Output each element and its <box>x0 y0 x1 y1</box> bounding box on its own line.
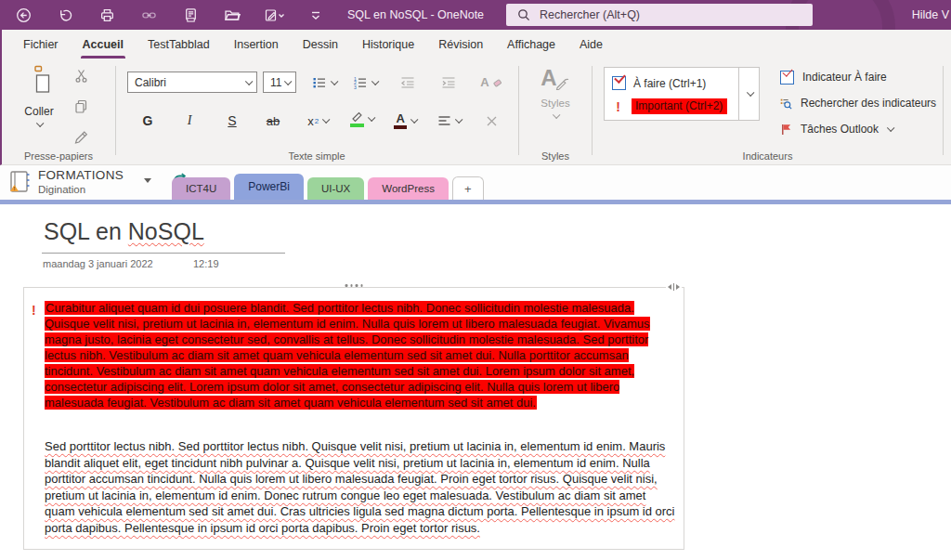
group-divider <box>592 66 593 155</box>
font-name-select[interactable]: Calibri <box>127 72 257 93</box>
font-size-select[interactable]: 11 <box>263 72 296 93</box>
todo-checkbox-icon <box>612 76 626 90</box>
group-label-tags: Indicateurs <box>593 150 943 162</box>
section-tab-wordpress[interactable]: WordPress <box>368 177 449 200</box>
outlook-tasks-command[interactable]: Tâches Outlook <box>780 120 936 138</box>
section-tab-uiux[interactable]: UI-UX <box>307 177 364 200</box>
chevron-down-icon <box>284 77 292 85</box>
search-placeholder: Rechercher (Alt+Q) <box>540 8 640 21</box>
font-color-button[interactable]: A <box>388 110 422 132</box>
styles-icon: A <box>541 66 569 90</box>
container-drag-handle[interactable] <box>342 284 367 287</box>
chevron-down-icon <box>747 89 754 97</box>
group-label-clipboard: Presse-papiers <box>2 150 115 162</box>
search-icon <box>517 8 530 21</box>
find-tags-command[interactable]: Rechercher des indicateurs <box>780 94 936 112</box>
tag-commands: Indicateur À faire Rechercher des indica… <box>780 68 936 138</box>
back-icon[interactable] <box>13 5 33 25</box>
body-paragraph[interactable]: Sed porttitor lectus nibh. Sed porttitor… <box>45 438 678 536</box>
link-icon[interactable] <box>138 5 159 25</box>
chevron-down-icon <box>372 78 380 85</box>
note-container[interactable]: ! Curabitur aliquet quam id dui posuere … <box>23 287 684 550</box>
section-tab-ict4u[interactable]: ICT4U <box>172 177 230 200</box>
chevron-down-icon <box>332 78 339 85</box>
tab-affichage[interactable]: Affichage <box>495 30 567 59</box>
clear-formatting-button[interactable]: A <box>477 72 505 94</box>
delete-button[interactable] <box>479 110 503 132</box>
notebook-bar: ! FORMATIONS Digination ICT4U PowerBi UI… <box>0 165 951 200</box>
format-painter-button[interactable] <box>69 125 93 148</box>
paste-dropdown-icon <box>37 119 45 126</box>
tag-important[interactable]: ! Important (Ctrl+2) <box>612 95 738 118</box>
undo-icon[interactable] <box>55 5 75 25</box>
open-folder-icon[interactable] <box>222 5 242 25</box>
numbered-list-button[interactable]: 123 <box>349 72 381 94</box>
tab-revision[interactable]: Révision <box>426 30 495 59</box>
important-tag-icon[interactable]: ! <box>32 303 36 318</box>
quick-access-toolbar <box>13 0 326 30</box>
page-title-text: SQL en <box>44 218 128 244</box>
copy-button[interactable] <box>69 95 93 117</box>
page-title-misspelled: NoSQL <box>128 218 204 244</box>
tab-fichier[interactable]: Fichier <box>11 30 71 59</box>
bold-button[interactable]: G <box>137 110 158 132</box>
tag-todo-label: À faire (Ctrl+1) <box>633 77 706 90</box>
note-text[interactable]: Curabitur aliquet quam id dui posuere bl… <box>45 300 678 536</box>
page-canvas[interactable]: SQL en NoSQL maandag 3 januari 2022 12:1… <box>0 204 951 560</box>
paragraph-alignment-button[interactable] <box>431 110 466 132</box>
strikethrough-button[interactable]: ab <box>262 110 284 132</box>
clipboard-mini-buttons <box>69 64 93 148</box>
print-icon[interactable] <box>97 5 117 25</box>
notebook-name: FORMATIONS <box>38 169 124 183</box>
styles-button[interactable]: A Styles <box>522 66 589 150</box>
increase-indent-button[interactable] <box>436 72 461 94</box>
decrease-indent-button[interactable] <box>396 72 420 94</box>
ribbon: Coller Presse-papiers Calibri 11 <box>0 59 951 165</box>
clipboard-icon <box>25 65 53 100</box>
tab-historique[interactable]: Historique <box>350 30 426 59</box>
add-section-tab[interactable]: + <box>452 176 484 200</box>
subscript-index: 2 <box>315 117 319 125</box>
tab-insertion[interactable]: Insertion <box>222 30 291 59</box>
italic-button[interactable]: I <box>179 110 200 132</box>
tag-todo[interactable]: À faire (Ctrl+1) <box>612 72 738 95</box>
underline-glyph: S <box>228 113 236 128</box>
chevron-down-icon <box>887 124 894 132</box>
svg-text:!: ! <box>13 186 15 191</box>
paste-button[interactable]: Coller <box>17 65 61 150</box>
container-resize-handle[interactable] <box>666 283 682 291</box>
section-tabs: ICT4U PowerBi UI-UX WordPress + <box>172 174 484 200</box>
tab-dessin[interactable]: Dessin <box>291 30 350 59</box>
tag-gallery-dropdown[interactable] <box>738 67 760 121</box>
svg-text:3: 3 <box>354 85 357 90</box>
font-color-icon: A <box>394 113 407 129</box>
page-title[interactable]: SQL en NoSQL <box>44 218 204 245</box>
window-title: SQL en NoSQL - OneNote <box>347 0 484 30</box>
highlighted-paragraph[interactable]: Curabitur aliquet quam id dui posuere bl… <box>45 300 678 410</box>
group-divider <box>943 66 944 155</box>
notebook-selector[interactable]: ! FORMATIONS Digination <box>7 169 187 199</box>
tab-testtabblad[interactable]: TestTabblad <box>136 30 222 59</box>
group-label-styles: Styles <box>519 150 592 162</box>
titlebar: SQL en NoSQL - OneNote Rechercher (Alt+Q… <box>0 0 951 30</box>
notebook-subname: Digination <box>38 184 124 196</box>
todo-tag-label: Indicateur À faire <box>802 71 887 84</box>
highlight-color-button[interactable] <box>344 108 379 130</box>
page-date: maandag 3 januari 2022 <box>43 258 153 269</box>
bullet-list-button[interactable] <box>308 72 340 94</box>
highlighted-text: Curabitur aliquet quam id dui posuere bl… <box>45 301 650 410</box>
pen-tool-icon[interactable] <box>264 5 284 25</box>
section-tab-powerbi[interactable]: PowerBi <box>234 174 304 200</box>
account-name[interactable]: Hilde V <box>912 0 951 30</box>
underline-button[interactable]: S <box>222 110 242 132</box>
todo-tag-command[interactable]: Indicateur À faire <box>780 68 936 86</box>
pdf-export-icon[interactable] <box>180 5 201 25</box>
cut-button[interactable] <box>69 64 93 86</box>
subscript-button[interactable]: x2 <box>301 110 334 132</box>
title-divider <box>42 253 285 254</box>
customize-toolbar-icon[interactable] <box>306 5 326 25</box>
chevron-down-icon <box>455 116 462 124</box>
search-input[interactable]: Rechercher (Alt+Q) <box>506 4 813 26</box>
tab-aide[interactable]: Aide <box>567 30 615 59</box>
tab-accueil[interactable]: Accueil <box>71 30 136 59</box>
